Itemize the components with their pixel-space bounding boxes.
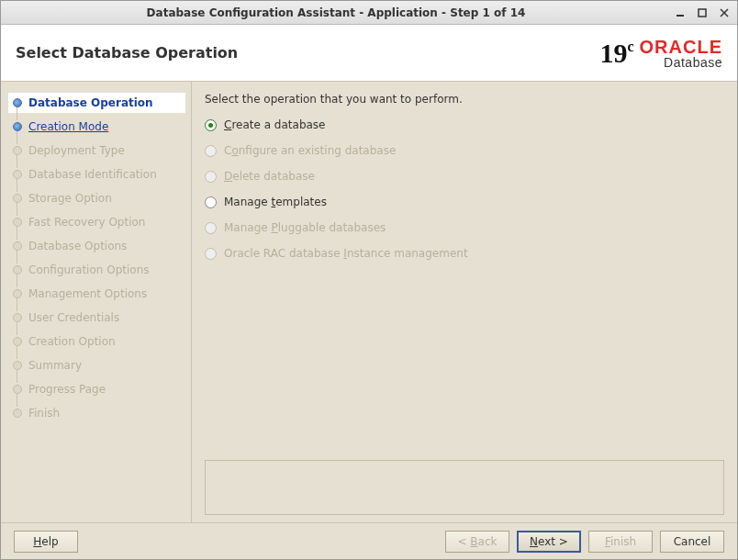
step-database-identification: Database Identification	[8, 164, 185, 185]
radio-manage-pluggable: Manage Pluggable databases	[205, 221, 724, 234]
step-fast-recovery-option: Fast Recovery Option	[8, 212, 185, 232]
step-storage-option: Storage Option	[8, 188, 185, 208]
step-deployment-type: Deployment Type	[8, 140, 185, 161]
step-management-options: Management Options	[8, 284, 185, 304]
step-summary: Summary	[8, 355, 185, 375]
body: Database OperationCreation ModeDeploymen…	[1, 82, 737, 522]
minimize-icon[interactable]	[673, 6, 688, 19]
radio-icon	[205, 171, 217, 183]
radio-icon	[205, 145, 217, 157]
radio-configure-existing: Configure an existing database	[205, 144, 724, 157]
radio-icon	[205, 196, 217, 208]
radio-label: Create a database	[224, 118, 326, 131]
instruction-text: Select the operation that you want to pe…	[205, 93, 724, 106]
radio-icon	[205, 119, 217, 131]
maximize-icon[interactable]	[695, 6, 710, 19]
cancel-button[interactable]: Cancel	[660, 531, 724, 553]
page-header: Select Database Operation 19c ORACLE Dat…	[1, 25, 737, 82]
app-window: Database Configuration Assistant - Appli…	[0, 0, 738, 560]
page-title: Select Database Operation	[16, 44, 599, 62]
step-user-credentials: User Credentials	[8, 308, 185, 328]
window-title: Database Configuration Assistant - Appli…	[6, 6, 665, 19]
oracle-sublabel: Database	[664, 56, 722, 69]
radio-icon	[205, 222, 217, 234]
radio-label: Manage Pluggable databases	[224, 221, 386, 234]
footer: Help < Back Next > Finish Cancel	[1, 522, 737, 559]
step-progress-page: Progress Page	[8, 379, 185, 399]
main-panel: Select the operation that you want to pe…	[192, 82, 737, 522]
step-link[interactable]: Creation Mode	[28, 120, 108, 133]
radio-create-database[interactable]: Create a database	[205, 118, 724, 131]
step-database-operation[interactable]: Database Operation	[8, 93, 185, 113]
radio-delete-database: Delete database	[205, 170, 724, 183]
radio-label: Manage templates	[224, 196, 327, 208]
step-configuration-options: Configuration Options	[8, 260, 185, 280]
oracle-brand: 19c ORACLE Database	[599, 38, 722, 69]
wizard-sidebar: Database OperationCreation ModeDeploymen…	[1, 82, 192, 522]
radio-label: Oracle RAC database Instance management	[224, 247, 468, 260]
close-icon[interactable]	[717, 6, 732, 19]
version-badge: 19c	[599, 39, 633, 67]
radio-label: Configure an existing database	[224, 144, 396, 157]
radio-rac-instance-mgmt: Oracle RAC database Instance management	[205, 247, 724, 260]
radio-icon	[205, 248, 217, 260]
titlebar: Database Configuration Assistant - Appli…	[1, 1, 737, 25]
info-box	[205, 460, 724, 515]
next-button[interactable]: Next >	[517, 531, 581, 553]
radio-manage-templates[interactable]: Manage templates	[205, 196, 724, 208]
step-database-options: Database Options	[8, 236, 185, 256]
step-creation-mode[interactable]: Creation Mode	[8, 117, 185, 137]
back-button[interactable]: < Back	[445, 531, 509, 553]
finish-button[interactable]: Finish	[588, 531, 653, 553]
step-finish: Finish	[8, 403, 185, 423]
help-button[interactable]: Help	[14, 531, 78, 553]
step-creation-option: Creation Option	[8, 331, 185, 352]
operation-radio-group: Create a databaseConfigure an existing d…	[205, 118, 724, 460]
radio-label: Delete database	[224, 170, 315, 183]
svg-rect-1	[699, 9, 706, 17]
oracle-logo-text: ORACLE	[640, 38, 722, 56]
